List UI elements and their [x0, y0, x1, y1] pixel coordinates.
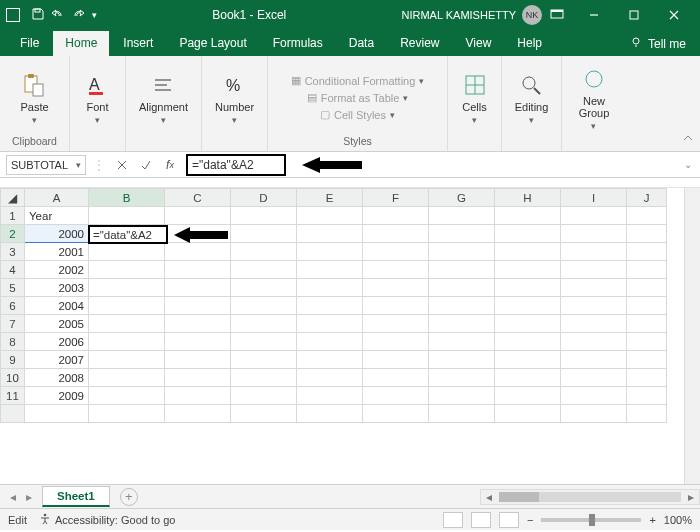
maximize-button[interactable]	[614, 1, 654, 29]
col-header-D[interactable]: D	[231, 189, 297, 207]
circle-icon	[580, 65, 608, 93]
alignment-icon	[149, 71, 177, 99]
cells-button[interactable]: Cells▾	[461, 71, 489, 125]
editing-button[interactable]: Editing▾	[515, 71, 549, 125]
next-sheet-icon[interactable]: ▸	[26, 490, 32, 504]
new-group-button[interactable]: New Group▾	[579, 65, 610, 131]
collapse-ribbon-icon[interactable]	[682, 132, 694, 147]
tell-me[interactable]: Tell me	[616, 31, 700, 56]
page-break-view-button[interactable]	[499, 512, 519, 528]
cell[interactable]: 2003	[25, 279, 89, 297]
name-box-value: SUBTOTAL	[11, 159, 68, 171]
scroll-left-icon[interactable]: ◂	[481, 490, 497, 504]
add-sheet-button[interactable]: +	[120, 488, 138, 506]
col-header-F[interactable]: F	[363, 189, 429, 207]
cancel-formula-button[interactable]	[112, 155, 132, 175]
tab-view[interactable]: View	[454, 31, 504, 56]
col-header-A[interactable]: A	[25, 189, 89, 207]
page-layout-view-button[interactable]	[471, 512, 491, 528]
ribbon-display-icon[interactable]	[550, 7, 564, 24]
name-box[interactable]: SUBTOTAL ▾	[6, 155, 86, 175]
tab-page-layout[interactable]: Page Layout	[167, 31, 258, 56]
prev-sheet-icon[interactable]: ◂	[10, 490, 16, 504]
user-account[interactable]: NIRMAL KAMISHETTY NK	[402, 5, 543, 25]
row-header[interactable]: 8	[1, 333, 25, 351]
expand-formula-bar-icon[interactable]: ⌄	[684, 159, 694, 170]
row-header[interactable]: 2	[1, 225, 25, 243]
undo-icon[interactable]	[52, 8, 64, 23]
tab-file[interactable]: File	[8, 31, 51, 56]
tab-data[interactable]: Data	[337, 31, 386, 56]
group-font: A Font▾ .	[70, 56, 126, 151]
close-button[interactable]	[654, 1, 694, 29]
cell[interactable]: 2005	[25, 315, 89, 333]
spreadsheet-grid[interactable]: ◢ A B C D E F G H I J 1Year 22000 32001 …	[0, 188, 700, 484]
sheet-tab[interactable]: Sheet1	[42, 486, 110, 507]
svg-rect-4	[630, 11, 638, 19]
formula-input[interactable]: ="data"&A2	[186, 154, 286, 176]
col-header-B[interactable]: B	[89, 189, 165, 207]
row-header[interactable]: 9	[1, 351, 25, 369]
alignment-button[interactable]: Alignment▾	[139, 71, 188, 125]
scroll-right-icon[interactable]: ▸	[683, 490, 699, 504]
row-header[interactable]	[1, 405, 25, 423]
cell[interactable]: Year	[25, 207, 89, 225]
conditional-formatting-button[interactable]: ▦Conditional Formatting▾	[291, 74, 425, 87]
col-header-C[interactable]: C	[165, 189, 231, 207]
insert-function-button[interactable]: fx	[160, 155, 180, 175]
col-header-I[interactable]: I	[561, 189, 627, 207]
font-button[interactable]: A Font▾	[84, 71, 112, 125]
tab-home[interactable]: Home	[53, 31, 109, 56]
col-header-G[interactable]: G	[429, 189, 495, 207]
tab-help[interactable]: Help	[505, 31, 554, 56]
row-header[interactable]: 3	[1, 243, 25, 261]
cell[interactable]: 2006	[25, 333, 89, 351]
cell[interactable]: 2009	[25, 387, 89, 405]
cell[interactable]: 2007	[25, 351, 89, 369]
accessibility-status[interactable]: Accessibility: Good to go	[39, 513, 175, 527]
horizontal-scrollbar[interactable]: ◂ ▸	[480, 489, 700, 505]
minimize-button[interactable]	[574, 1, 614, 29]
font-icon: A	[84, 71, 112, 99]
cell[interactable]: 2008	[25, 369, 89, 387]
row-header[interactable]: 1	[1, 207, 25, 225]
row-header[interactable]: 11	[1, 387, 25, 405]
normal-view-button[interactable]	[443, 512, 463, 528]
zoom-slider[interactable]	[541, 518, 641, 522]
active-cell[interactable]: ="data"&A2	[88, 225, 168, 244]
col-header-H[interactable]: H	[495, 189, 561, 207]
number-button[interactable]: % Number▾	[215, 71, 254, 125]
chevron-down-icon: ▾	[32, 115, 37, 125]
vertical-scrollbar[interactable]	[684, 188, 700, 484]
row-header[interactable]: 10	[1, 369, 25, 387]
cell[interactable]: 2002	[25, 261, 89, 279]
cell[interactable]: 2004	[25, 297, 89, 315]
cell-styles-button[interactable]: ▢Cell Styles▾	[320, 108, 395, 121]
cell[interactable]: 2000	[25, 225, 89, 243]
tab-insert[interactable]: Insert	[111, 31, 165, 56]
svg-text:A: A	[89, 76, 100, 93]
row-header[interactable]: 7	[1, 315, 25, 333]
group-alignment: Alignment▾ .	[126, 56, 202, 151]
redo-icon[interactable]	[72, 8, 84, 23]
col-header-E[interactable]: E	[297, 189, 363, 207]
zoom-out-button[interactable]: −	[527, 514, 533, 526]
format-as-table-button[interactable]: ▤Format as Table▾	[307, 91, 409, 104]
tab-review[interactable]: Review	[388, 31, 451, 56]
row-header[interactable]: 6	[1, 297, 25, 315]
svg-point-21	[586, 71, 602, 87]
magnifier-icon	[517, 71, 545, 99]
paste-button[interactable]: Paste ▾	[20, 71, 48, 125]
cell[interactable]: 2001	[25, 243, 89, 261]
row-header[interactable]: 4	[1, 261, 25, 279]
zoom-in-button[interactable]: +	[649, 514, 655, 526]
enter-formula-button[interactable]	[136, 155, 156, 175]
row-header[interactable]: 5	[1, 279, 25, 297]
zoom-level[interactable]: 100%	[664, 514, 692, 526]
separator: ⋮	[90, 158, 108, 172]
col-header-J[interactable]: J	[627, 189, 667, 207]
percent-icon: %	[221, 71, 249, 99]
tab-formulas[interactable]: Formulas	[261, 31, 335, 56]
select-all-corner[interactable]: ◢	[1, 189, 25, 207]
save-icon[interactable]	[32, 8, 44, 23]
